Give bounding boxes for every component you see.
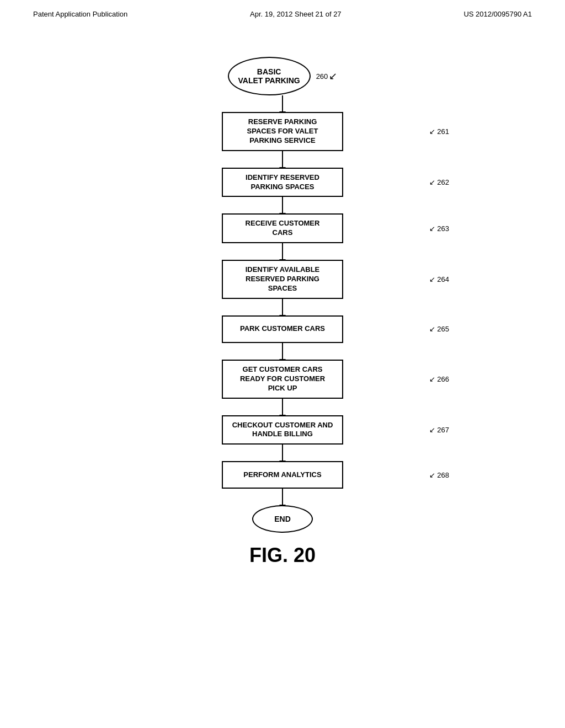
- ref-264: ↙ 264: [429, 275, 449, 283]
- arrow-8: [282, 489, 283, 505]
- node-row-261: RESERVE PARKING SPACES FOR VALET PARKING…: [0, 112, 565, 151]
- fig-caption: FIG. 20: [249, 544, 316, 567]
- node-row-264: IDENTIFY AVAILABLE RESERVED PARKING SPAC…: [0, 260, 565, 299]
- node-row-265: PARK CUSTOMER CARS ↙ 265: [0, 315, 565, 343]
- node-265: PARK CUSTOMER CARS: [222, 315, 343, 343]
- header-right: US 2012/0095790 A1: [463, 10, 532, 18]
- ref-260: 260 ↙: [316, 70, 338, 82]
- arrow-1: [282, 151, 283, 168]
- header-left: Patent Application Publication: [33, 10, 127, 18]
- arrow-4: [282, 299, 283, 315]
- diagram-container: BASIC VALET PARKING 260 ↙ RESERVE PARKIN…: [0, 40, 565, 567]
- header-middle: Apr. 19, 2012 Sheet 21 of 27: [250, 10, 342, 18]
- start-node-row: BASIC VALET PARKING 260 ↙: [0, 57, 565, 95]
- arrow-0: [282, 95, 283, 112]
- ref-260-arrow: ↙: [329, 70, 337, 82]
- node-262: IDENTIFY RESERVED PARKING SPACES: [222, 168, 343, 197]
- node-264: IDENTIFY AVAILABLE RESERVED PARKING SPAC…: [222, 260, 343, 299]
- end-node-row: END: [0, 505, 565, 533]
- node-263: RECEIVE CUSTOMER CARS: [222, 213, 343, 243]
- node-row-262: IDENTIFY RESERVED PARKING SPACES ↙ 262: [0, 168, 565, 197]
- arrow-6: [282, 399, 283, 415]
- node-261: RESERVE PARKING SPACES FOR VALET PARKING…: [222, 112, 343, 151]
- start-node: BASIC VALET PARKING: [228, 57, 311, 95]
- node-268: PERFORM ANALYTICS: [222, 461, 343, 489]
- end-node: END: [252, 505, 313, 533]
- ref-262: ↙ 262: [429, 178, 449, 186]
- ref-267: ↙ 267: [429, 426, 449, 434]
- node-266: GET CUSTOMER CARS READY FOR CUSTOMER PIC…: [222, 360, 343, 399]
- node-row-263: RECEIVE CUSTOMER CARS ↙ 263: [0, 213, 565, 243]
- arrow-2: [282, 197, 283, 213]
- arrow-3: [282, 243, 283, 260]
- node-row-266: GET CUSTOMER CARS READY FOR CUSTOMER PIC…: [0, 360, 565, 399]
- node-267: CHECKOUT CUSTOMER AND HANDLE BILLING: [222, 415, 343, 445]
- page-header: Patent Application Publication Apr. 19, …: [0, 0, 565, 18]
- ref-265: ↙ 265: [429, 325, 449, 333]
- node-row-267: CHECKOUT CUSTOMER AND HANDLE BILLING ↙ 2…: [0, 415, 565, 445]
- ref-268: ↙ 268: [429, 471, 449, 479]
- ref-266: ↙ 266: [429, 375, 449, 383]
- ref-261: ↙ 261: [429, 127, 449, 136]
- node-row-268: PERFORM ANALYTICS ↙ 268: [0, 461, 565, 489]
- ref-263: ↙ 263: [429, 224, 449, 233]
- arrow-7: [282, 445, 283, 461]
- arrow-5: [282, 343, 283, 360]
- ref-260-text: 260: [316, 72, 328, 81]
